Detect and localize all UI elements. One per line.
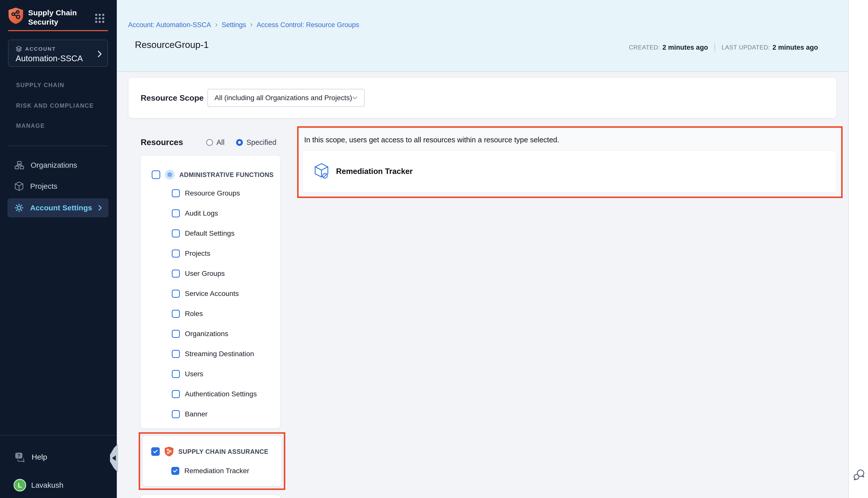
sidebar-item-label: Projects: [30, 182, 57, 191]
cube-icon: [15, 182, 24, 191]
layers-icon: [16, 46, 22, 52]
sidebar-item-organizations[interactable]: Organizations: [8, 156, 108, 174]
page-title: ResourceGroup-1: [135, 40, 209, 50]
radio-all-label[interactable]: All: [217, 138, 224, 147]
scope-detail-highlight: In this scope, users get access to all r…: [297, 126, 843, 198]
breadcrumb-separator: ›: [211, 20, 221, 29]
checkbox[interactable]: [172, 390, 180, 398]
chevron-right-icon: [98, 50, 102, 58]
checkbox-item-streaming-destination[interactable]: Streaming Destination: [172, 350, 254, 358]
svg-text:?: ?: [17, 453, 20, 458]
updated-value: 2 minutes ago: [772, 44, 818, 51]
help-chat-icon: ?: [15, 452, 26, 462]
resource-scope-card: Resource Scope All (including all Organi…: [129, 78, 837, 118]
account-label: ACCOUNT: [25, 46, 56, 52]
checkbox-item-user-groups[interactable]: User Groups: [172, 270, 225, 278]
radio-specified[interactable]: [236, 139, 243, 146]
sidebar-item-label: Account Settings: [30, 204, 92, 212]
checkbox[interactable]: [172, 290, 180, 298]
checkbox-item-audit-logs[interactable]: Audit Logs: [172, 209, 218, 218]
sidebar-item-label: Organizations: [31, 161, 77, 169]
admin-gear-icon: [165, 170, 175, 180]
created-label: CREATED:: [629, 44, 660, 51]
app-title: Supply Chain Security: [28, 8, 86, 27]
gear-icon: [15, 203, 24, 212]
checkbox[interactable]: [172, 270, 180, 278]
resource-types-list: ADMINISTRATIVE FUNCTIONS Resource Groups…: [141, 156, 280, 428]
resources-header-row: Resources All Specified: [141, 137, 276, 147]
remediation-tracker-card[interactable]: Remediation Tracker: [303, 151, 837, 193]
breadcrumb-account-link[interactable]: Account: Automation-SSCA: [128, 21, 211, 29]
supply-chain-assurance-highlight: SUPPLY CHAIN ASSURANCE Remediation Track…: [139, 432, 285, 490]
checkbox-item-projects[interactable]: Projects: [172, 249, 210, 258]
checkbox-checked[interactable]: [171, 467, 179, 475]
checkbox[interactable]: [172, 410, 180, 418]
page-header: Account: Automation-SSCA › Settings › Ac…: [117, 0, 848, 72]
avatar: L: [14, 479, 26, 492]
sca-group: SUPPLY CHAIN ASSURANCE: [151, 446, 269, 457]
radio-all[interactable]: [206, 139, 213, 146]
brand-divider: [8, 30, 108, 31]
checkbox-item-default-settings[interactable]: Default Settings: [172, 230, 235, 237]
remediation-tracker-title: Remediation Tracker: [336, 167, 413, 176]
account-selector[interactable]: ACCOUNT Automation-SSCA: [8, 40, 108, 67]
checkbox[interactable]: [172, 330, 180, 338]
checkbox[interactable]: [172, 370, 180, 378]
breadcrumb-separator: ›: [246, 20, 257, 29]
updated-label: LAST UPDATED:: [722, 44, 770, 51]
resource-scope-select[interactable]: All (including all Organizations and Pro…: [207, 89, 365, 107]
sidebar-section-risk-and-compliance[interactable]: RISK AND COMPLIANCE: [16, 102, 94, 109]
checkbox-item-service-accounts[interactable]: Service Accounts: [172, 290, 239, 298]
radio-specified-label[interactable]: Specified: [246, 138, 276, 147]
account-name: Automation-SSCA: [16, 54, 83, 63]
checkbox[interactable]: [172, 350, 180, 358]
supply-chain-security-logo-icon: [8, 7, 24, 25]
chevron-down-icon: [352, 96, 358, 100]
checkbox-item-users[interactable]: Users: [172, 370, 203, 378]
checkbox-item-remediation-tracker[interactable]: Remediation Tracker: [171, 467, 249, 475]
sidebar-section-supply-chain[interactable]: SUPPLY CHAIN: [16, 82, 65, 89]
remediation-tracker-icon: [314, 162, 329, 180]
collapse-left-arrow-icon: [112, 455, 116, 461]
sidebar-item-projects[interactable]: Projects: [8, 177, 108, 195]
admin-functions-checkbox[interactable]: [152, 170, 160, 179]
checkbox-item-roles[interactable]: Roles: [172, 310, 203, 318]
org-chart-icon: [15, 161, 24, 169]
chevron-right-icon: [98, 205, 102, 211]
supply-chain-assurance-card: SUPPLY CHAIN ASSURANCE Remediation Track…: [143, 436, 281, 486]
help-button[interactable]: ? Help: [8, 448, 108, 466]
checkbox-item-resource-groups[interactable]: Resource Groups: [172, 189, 240, 197]
resource-scope-value: All (including all Organizations and Pro…: [215, 94, 352, 102]
timestamps: CREATED: 2 minutes ago LAST UPDATED: 2 m…: [629, 43, 818, 52]
user-menu[interactable]: L Lavakush: [8, 476, 108, 494]
created-value: 2 minutes ago: [663, 44, 708, 51]
checkbox[interactable]: [172, 189, 180, 197]
breadcrumb-settings-link[interactable]: Settings: [221, 21, 246, 29]
sidebar-item-account-settings[interactable]: Account Settings: [8, 198, 108, 218]
support-chat-icon[interactable]: [853, 468, 866, 482]
checkbox[interactable]: [172, 249, 180, 258]
admin-functions-label: ADMINISTRATIVE FUNCTIONS: [179, 171, 273, 179]
sidebar-section-manage[interactable]: MANAGE: [16, 122, 45, 129]
checkbox-item-authentication-settings[interactable]: Authentication Settings: [172, 390, 257, 398]
user-name: Lavakush: [31, 481, 63, 489]
resources-heading: Resources: [141, 137, 183, 147]
checkbox-item-banner[interactable]: Banner: [172, 410, 207, 418]
sca-checkbox-checked[interactable]: [151, 447, 160, 456]
module-grid-icon[interactable]: [94, 13, 105, 24]
sca-shield-icon: [164, 446, 174, 457]
breadcrumb-access-control-link[interactable]: Access Control: Resource Groups: [257, 21, 359, 29]
help-label: Help: [31, 453, 47, 461]
resource-scope-label: Resource Scope: [141, 93, 204, 103]
next-group-card-partial: [141, 495, 280, 498]
meta-divider: [714, 43, 715, 52]
checkbox[interactable]: [172, 310, 180, 318]
sidebar-divider: [8, 146, 108, 146]
checkbox[interactable]: [172, 209, 180, 218]
checkbox-item-organizations[interactable]: Organizations: [172, 330, 228, 338]
sca-group-label: SUPPLY CHAIN ASSURANCE: [178, 448, 269, 455]
breadcrumb: Account: Automation-SSCA › Settings › Ac…: [128, 21, 359, 29]
checkbox[interactable]: [172, 230, 180, 237]
scope-detail-message: In this scope, users get access to all r…: [304, 136, 559, 144]
sidebar: Supply Chain Security ACCOUNT Automation…: [0, 0, 117, 498]
